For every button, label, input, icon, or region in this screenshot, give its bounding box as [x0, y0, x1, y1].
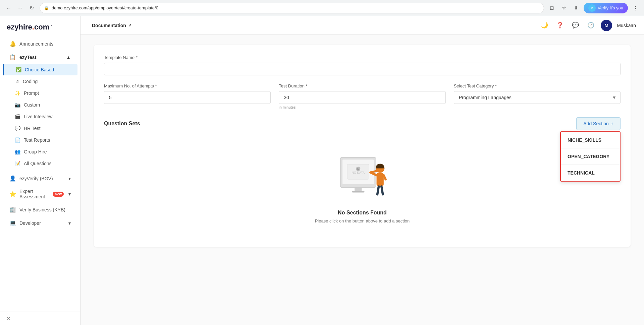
browser-nav-buttons: ← → ↻ — [4, 3, 36, 13]
form-row: Maximum No. of Attempts * Test Duration … — [104, 83, 621, 109]
coding-label: Coding — [23, 79, 38, 84]
empty-state: NO DATA — [104, 138, 621, 237]
dropdown-item-niche-skills[interactable]: NICHE_SKILLS — [561, 132, 620, 148]
sidebar-item-prompt[interactable]: ✨ Prompt — [3, 87, 77, 99]
sidebar-item-coding[interactable]: 🖥 Coding — [3, 76, 77, 87]
sparkle-icon: ✨ — [15, 90, 20, 96]
sidebar-item-test-reports[interactable]: 📄 Test Reports — [3, 134, 77, 146]
sidebar-group-ezytest[interactable]: 📋 ezyTest ▲ — [3, 51, 77, 64]
chevron-up-icon: ▲ — [66, 55, 71, 60]
svg-point-6 — [359, 168, 359, 169]
new-badge: New — [53, 192, 64, 197]
sidebar-item-verify-business[interactable]: 🏢 Verify Business (KYB) — [3, 203, 77, 216]
custom-label: Custom — [24, 102, 40, 108]
page-content: Template Name * Maximum No. of Attempts … — [80, 35, 644, 325]
star-icon: ⭐ — [9, 191, 16, 197]
ezyverify-label: ezyVerify (BGV) — [19, 176, 65, 181]
svg-point-5 — [357, 168, 358, 169]
main-content: Documentation ↗ 🌙 ❓ 💬 🕐 M Muskaan Templa… — [80, 16, 644, 325]
sidebar-item-all-questions[interactable]: 📝 All Questions — [3, 158, 77, 169]
back-button[interactable]: ← — [4, 3, 13, 13]
menu-button[interactable]: ⋮ — [631, 3, 640, 13]
sidebar: ezyhire.com™ 🔔 Announcements 📋 ezyTest ▲… — [0, 16, 80, 325]
dropdown-item-technical[interactable]: TECHNICAL — [561, 165, 620, 181]
external-link-icon: ↗ — [128, 23, 131, 28]
monitor-icon: 🖥 — [15, 79, 19, 84]
chevron-down-icon: ▾ — [68, 176, 71, 181]
address-bar[interactable]: 🔒 demo.ezyhire.com/app/employer/test/cre… — [40, 3, 544, 13]
documentation-label: Documentation — [92, 23, 126, 28]
test-duration-input[interactable] — [279, 91, 445, 104]
refresh-button[interactable]: ↻ — [27, 3, 36, 13]
question-sets-title: Question Sets — [104, 121, 140, 127]
svg-rect-10 — [377, 173, 384, 187]
add-section-button[interactable]: Add Section + — [576, 117, 621, 130]
sidebar-item-developer[interactable]: 💻 Developer ▾ — [3, 216, 77, 230]
download-button[interactable]: ⬇ — [572, 3, 581, 13]
verify-button[interactable]: M Verify it's you — [584, 3, 628, 13]
sidebar-item-group-hire[interactable]: 👥 Group Hire — [3, 146, 77, 157]
max-attempts-input[interactable] — [104, 91, 271, 104]
user-avatar[interactable]: M — [601, 20, 612, 31]
header-actions: 🌙 ❓ 💬 🕐 M Muskaan — [539, 20, 636, 31]
all-questions-label: All Questions — [24, 161, 51, 166]
browser-actions: ⊡ ☆ ⬇ M Verify it's you ⋮ — [547, 3, 640, 13]
dropdown-item-open-category[interactable]: OPEN_CATEGORY — [561, 148, 620, 165]
empty-subtitle: Please click on the button above to add … — [315, 218, 410, 223]
developer-label: Developer — [19, 220, 65, 226]
user-name[interactable]: Muskaan — [617, 23, 636, 28]
template-name-label: Template Name * — [104, 55, 621, 60]
dark-mode-button[interactable]: 🌙 — [539, 20, 550, 31]
sidebar-item-choice-based[interactable]: ✅ Choice Based — [3, 64, 77, 75]
documentation-button[interactable]: Documentation ↗ — [89, 21, 135, 30]
choice-based-label: Choice Based — [25, 67, 54, 72]
form-section: Template Name * Maximum No. of Attempts … — [94, 45, 631, 247]
history-button[interactable]: 🕐 — [585, 20, 596, 31]
code-icon: 💻 — [9, 220, 16, 226]
sidebar-item-hr-test[interactable]: 💬 HR Test — [3, 123, 77, 134]
sidebar-navigation: 🔔 Announcements 📋 ezyTest ▲ ✅ Choice Bas… — [0, 37, 80, 312]
test-duration-field: Test Duration * in minutes — [279, 83, 445, 109]
svg-rect-8 — [352, 191, 365, 193]
report-icon: 📄 — [15, 137, 20, 143]
url-text: demo.ezyhire.com/app/employer/test/creat… — [52, 5, 158, 10]
sidebar-item-live-interview[interactable]: 🎬 Live Interview — [3, 111, 77, 122]
forward-button[interactable]: → — [15, 3, 25, 13]
sidebar-item-ezyverify[interactable]: 👤 ezyVerify (BGV) ▾ — [3, 172, 77, 185]
chat-icon: 💬 — [15, 126, 20, 131]
svg-text:NO DATA: NO DATA — [352, 171, 365, 174]
check-circle-icon: ✅ — [16, 67, 21, 72]
svg-point-4 — [356, 167, 360, 171]
cast-button[interactable]: ⊡ — [547, 3, 557, 13]
sidebar-item-expert-assessment[interactable]: ⭐ Expert Assessment New ▾ — [3, 185, 77, 203]
bookmark-button[interactable]: ☆ — [559, 3, 569, 13]
chevron-down-icon2: ▾ — [68, 191, 71, 197]
test-category-select[interactable]: Programming Languages Data Structures Al… — [454, 91, 621, 104]
svg-line-14 — [381, 186, 383, 194]
building-icon: 🏢 — [9, 206, 16, 213]
test-category-label: Select Test Category * — [454, 83, 621, 88]
svg-rect-7 — [355, 188, 362, 191]
prompt-label: Prompt — [24, 90, 39, 96]
plus-icon: + — [611, 121, 613, 126]
template-name-input[interactable] — [104, 63, 621, 75]
empty-illustration: NO DATA — [332, 151, 392, 202]
bell-icon: 🔔 — [9, 41, 16, 47]
add-section-container: Add Section + NICHE_SKILLS OPEN_CATEGORY… — [576, 117, 621, 130]
svg-line-15 — [371, 171, 376, 173]
sidebar-item-custom[interactable]: 📷 Custom — [3, 99, 77, 111]
browser-chrome: ← → ↻ 🔒 demo.ezyhire.com/app/employer/te… — [0, 0, 644, 16]
svg-line-13 — [377, 186, 379, 194]
sidebar-item-announcements[interactable]: 🔔 Announcements — [3, 37, 77, 50]
chat-button[interactable]: 💬 — [570, 20, 581, 31]
empty-title: No Sections Found — [338, 210, 387, 216]
lock-icon: 🔒 — [44, 6, 49, 10]
sidebar-close-button[interactable]: ✕ — [7, 316, 73, 321]
group-hire-label: Group Hire — [24, 149, 47, 154]
top-header: Documentation ↗ 🌙 ❓ 💬 🕐 M Muskaan — [80, 16, 644, 35]
help-button[interactable]: ❓ — [554, 20, 565, 31]
template-name-field: Template Name * — [104, 55, 621, 75]
app-container: ezyhire.com™ 🔔 Announcements 📋 ezyTest ▲… — [0, 16, 644, 325]
expert-assessment-label: Expert Assessment — [19, 189, 49, 199]
test-duration-label: Test Duration * — [279, 83, 445, 88]
